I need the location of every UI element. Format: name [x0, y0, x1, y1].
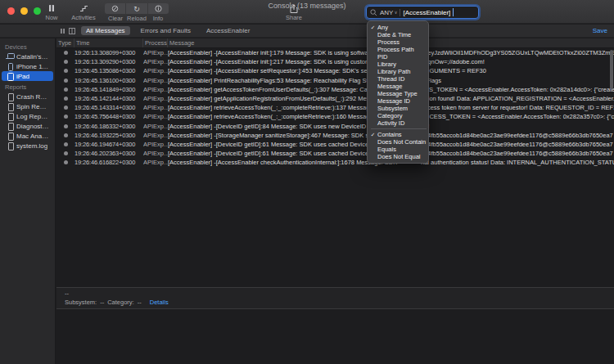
menu-item[interactable]: Message ID [368, 97, 428, 105]
reload-button[interactable]: ↻ [126, 3, 147, 14]
zoom-window-button[interactable] [34, 7, 41, 15]
iphone-icon [6, 63, 14, 70]
row-message-continued: ration found! Data: APPLICATION_REGISTRA… [421, 95, 614, 102]
share-button[interactable]: Share [279, 3, 309, 21]
table-row[interactable]: 19:26:45.143314+0300 APIExp… [AccessEnab… [56, 103, 614, 112]
share-button-label: Share [286, 14, 302, 21]
sidebar-item-label: Mac Analytics D… [16, 133, 49, 140]
category-label: Category: [107, 299, 134, 306]
row-process: APIExp… [143, 58, 168, 65]
sidebar-item[interactable]: Catalin's MacB… [2, 52, 53, 61]
pause-small-icon[interactable] [60, 28, 65, 34]
sidebar-item[interactable]: Spin Reports [2, 101, 53, 111]
chevron-down-icon: ∨ [394, 10, 397, 15]
clear-button[interactable] [105, 3, 126, 14]
table-row[interactable]: 19:26:45.136100+0300 APIExp… [AccessEnab… [56, 76, 614, 85]
filter-tab[interactable]: AccessEnabler [201, 26, 255, 35]
column-header-time[interactable]: Time [74, 38, 143, 47]
table-row[interactable]: 19:26:45.141849+0300 APIExp… [AccessEnab… [56, 85, 614, 94]
sidebar-item[interactable]: Log Reports [2, 111, 53, 121]
table-row[interactable]: 19:26:13.308099+0300 APIExp… [AccessEnab… [56, 48, 614, 57]
menu-item[interactable]: Equals [368, 146, 428, 153]
menu-item[interactable]: Does Not Contain [368, 138, 428, 146]
sidebar-item[interactable]: Crash Reports [2, 92, 53, 101]
row-time: 19:26:46.193225+0300 [74, 132, 143, 139]
minimize-window-button[interactable] [20, 7, 28, 15]
toolbar: Console (13 messages) Now Activities ↻ [0, 0, 614, 24]
row-message-continued: 6d4fb55accob1d84be0ac23ae99eefdee1176@c5… [421, 141, 614, 148]
filter-tab-label: Errors and Faults [141, 27, 191, 34]
row-time: 19:26:45.756448+0300 [74, 113, 143, 120]
now-button[interactable]: Now [41, 3, 62, 21]
menu-item-label: Thread ID [377, 75, 404, 83]
menu-item-label: Process [377, 38, 400, 46]
table-row[interactable]: 19:26:46.193225+0300 APIExp… [AccessEnab… [56, 131, 614, 140]
menu-item[interactable]: Contains [368, 131, 428, 138]
sidebar-section-reports: Reports Crash Reports Spin Reports [0, 81, 55, 151]
menu-item[interactable]: Does Not Equal [368, 153, 428, 160]
filter-tab[interactable]: All Messages [81, 26, 130, 35]
details-link[interactable]: Details [150, 299, 169, 306]
menu-item[interactable]: Any [368, 24, 428, 31]
row-message-continued: nd! [421, 123, 614, 130]
sidebar-item[interactable]: iPhone 11 Pr… [2, 61, 53, 71]
sidebar-item[interactable]: iPad [2, 71, 53, 81]
menu-item[interactable]: Subsystem [368, 105, 428, 112]
menu-item[interactable]: Library Path [368, 68, 428, 75]
sidebar-item[interactable]: Mac Analytics D… [2, 131, 53, 141]
menu-item[interactable]: PID [368, 53, 428, 61]
vertical-scrollbar[interactable] [610, 50, 613, 89]
menu-item[interactable]: Library [368, 61, 428, 68]
table-row[interactable]: 19:26:45.135086+0300 APIExp… [AccessEnab… [56, 66, 614, 75]
table-row[interactable]: 19:26:45.756448+0300 APIExp… [AccessEnab… [56, 112, 614, 121]
columns-icon[interactable] [69, 28, 75, 34]
crash-report-icon [6, 93, 14, 101]
row-message-continued: ARGUMENTS = REF30 [421, 67, 614, 74]
menu-item[interactable]: Category [368, 112, 428, 119]
save-search-button[interactable]: Save [593, 27, 607, 34]
table-row[interactable]: 19:26:46.616822+0300 APIExp… [AccessEnab… [56, 158, 614, 167]
sidebar-item-label: iPad [16, 73, 29, 80]
row-time: 19:26:13.308099+0300 [74, 49, 143, 56]
sidebar-item[interactable]: system.log [2, 141, 53, 151]
menu-item[interactable]: Thread ID [368, 75, 428, 83]
log-area: Type Time Process Message 19:26:13.30809… [56, 38, 614, 364]
menu-item[interactable]: Message [368, 83, 428, 90]
menu-item[interactable]: Date & Time [368, 31, 428, 38]
info-button[interactable] [148, 3, 169, 14]
table-header: Type Time Process Message [56, 38, 614, 48]
table-row[interactable]: 19:26:46.194674+0300 APIExp… [AccessEnab… [56, 140, 614, 149]
table-row[interactable]: 19:26:45.142144+0300 APIExp… [AccessEnab… [56, 94, 614, 103]
file-icon [6, 142, 14, 150]
row-time: 19:26:46.616822+0300 [74, 159, 143, 166]
menu-item[interactable]: Activity ID [368, 119, 428, 127]
activities-button[interactable]: Activities [65, 3, 102, 21]
check-icon [370, 132, 376, 138]
close-window-button[interactable] [7, 7, 15, 15]
table-row[interactable]: 19:26:46.202363+0300 APIExp… [AccessEnab… [56, 149, 614, 158]
sidebar-item-label: Crash Reports [16, 93, 49, 101]
toolbar-button-group: ↻ Clear Reload Info [105, 3, 169, 22]
search-input[interactable]: ANY ∨ [AccessEnabler] [366, 6, 479, 19]
row-message-continued: ACCESS_TOKEN = <AccessEnabler.AccessToke… [421, 113, 614, 120]
row-message-continued: 3pqnOw=;//adobe.com! [421, 58, 614, 65]
column-header-type[interactable]: Type [56, 38, 74, 47]
filter-tab[interactable]: Errors and Faults [136, 26, 196, 35]
search-filter-token[interactable]: ANY ∨ [380, 9, 397, 16]
row-time: 19:26:46.186332+0300 [74, 123, 143, 130]
laptop-icon [6, 53, 14, 61]
menu-item-label: Date & Time [377, 31, 411, 38]
table-row[interactable]: 19:26:46.186332+0300 APIExp… [AccessEnab… [56, 122, 614, 131]
sidebar-item[interactable]: Diagnostic Rep… [2, 121, 53, 131]
menu-item-label: Message Type [377, 90, 418, 97]
report-list: Crash Reports Spin Reports Log Reports [0, 92, 55, 151]
menu-item-label: Does Not Contain [377, 138, 426, 146]
check-icon [370, 25, 376, 31]
menu-item[interactable]: Process Path [368, 46, 428, 53]
column-header-process[interactable]: Process [143, 38, 168, 47]
menu-item[interactable]: Process [368, 38, 428, 46]
filter-bar: All Messages Errors and Faults AccessEna… [0, 25, 614, 38]
menu-item[interactable]: Message Type [368, 90, 428, 97]
reload-button-label: Reload [126, 15, 147, 22]
table-row[interactable]: 19:26:13.309290+0300 APIExp… [AccessEnab… [56, 57, 614, 66]
